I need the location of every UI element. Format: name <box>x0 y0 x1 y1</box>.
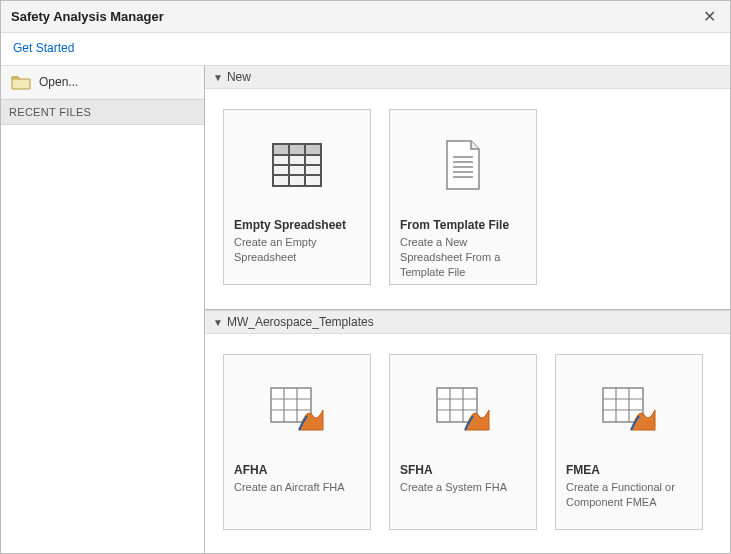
section-aero-header[interactable]: ▼ MW_Aerospace_Templates <box>205 310 730 334</box>
card-desc: Create a Functional or Component FMEA <box>566 480 692 510</box>
open-label: Open... <box>39 75 78 89</box>
open-button[interactable]: Open... <box>1 66 204 99</box>
section-aerospace-templates: ▼ MW_Aerospace_Templates <box>205 310 730 553</box>
card-desc: Create an Aircraft FHA <box>234 480 360 495</box>
section-aero-cards: AFHA Create an Aircraft FHA <box>205 334 730 536</box>
sheet-matlab-icon <box>224 355 370 455</box>
card-desc: Create a New Spreadsheet From a Template… <box>400 235 526 280</box>
sheet-matlab-icon <box>556 355 702 455</box>
section-new: ▼ New <box>205 66 730 310</box>
card-meta: SFHA Create a System FHA <box>390 455 536 505</box>
section-new-cards: Empty Spreadsheet Create an Empty Spread… <box>205 89 730 291</box>
card-afha[interactable]: AFHA Create an Aircraft FHA <box>223 354 371 530</box>
card-title: SFHA <box>400 463 526 477</box>
safety-analysis-manager-window: Safety Analysis Manager ✕ Get Started Op… <box>0 0 731 554</box>
section-new-title: New <box>227 70 251 84</box>
body: Open... RECENT FILES ▼ New <box>1 66 730 553</box>
card-meta: From Template File Create a New Spreadsh… <box>390 210 536 290</box>
svg-rect-6 <box>273 144 321 155</box>
card-sfha[interactable]: SFHA Create a System FHA <box>389 354 537 530</box>
card-title: Empty Spreadsheet <box>234 218 360 232</box>
card-desc: Create an Empty Spreadsheet <box>234 235 360 265</box>
recent-files-header: RECENT FILES <box>1 99 204 125</box>
document-icon <box>390 110 536 210</box>
card-title: AFHA <box>234 463 360 477</box>
close-button[interactable]: ✕ <box>699 7 720 26</box>
folder-icon <box>11 74 31 90</box>
caret-down-icon: ▼ <box>213 72 223 83</box>
toolbar: Get Started <box>1 33 730 66</box>
get-started-link[interactable]: Get Started <box>13 41 74 55</box>
titlebar: Safety Analysis Manager ✕ <box>1 1 730 33</box>
sheet-matlab-icon <box>390 355 536 455</box>
window-title: Safety Analysis Manager <box>11 9 164 24</box>
card-meta: AFHA Create an Aircraft FHA <box>224 455 370 505</box>
section-aero-title: MW_Aerospace_Templates <box>227 315 374 329</box>
content-area: ▼ New <box>205 66 730 553</box>
caret-down-icon: ▼ <box>213 317 223 328</box>
card-desc: Create a System FHA <box>400 480 526 495</box>
card-title: FMEA <box>566 463 692 477</box>
card-fmea[interactable]: FMEA Create a Functional or Component FM… <box>555 354 703 530</box>
card-meta: FMEA Create a Functional or Component FM… <box>556 455 702 520</box>
card-title: From Template File <box>400 218 526 232</box>
card-from-template[interactable]: From Template File Create a New Spreadsh… <box>389 109 537 285</box>
card-empty-spreadsheet[interactable]: Empty Spreadsheet Create an Empty Spread… <box>223 109 371 285</box>
card-meta: Empty Spreadsheet Create an Empty Spread… <box>224 210 370 275</box>
section-new-header[interactable]: ▼ New <box>205 66 730 89</box>
sidebar: Open... RECENT FILES <box>1 66 205 553</box>
spreadsheet-icon <box>224 110 370 210</box>
